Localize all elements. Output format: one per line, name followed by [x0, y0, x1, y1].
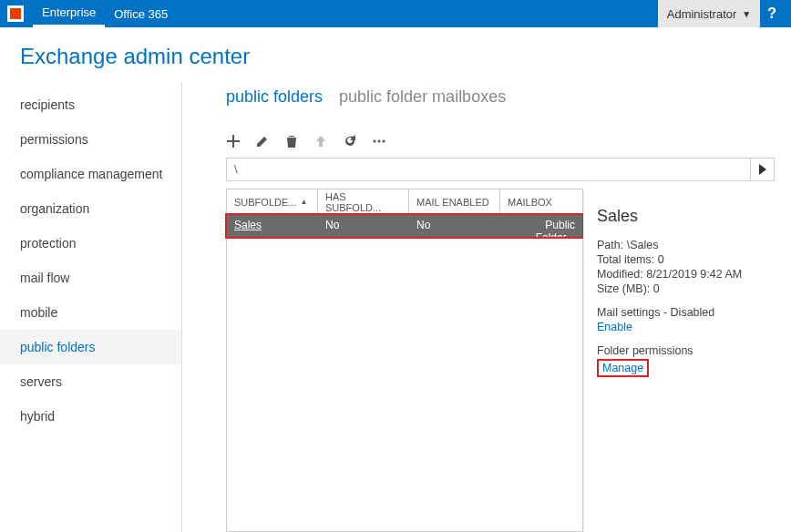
enable-link[interactable]: Enable [597, 321, 632, 333]
user-label: Administrator [667, 7, 737, 21]
tab-public-folder-mailboxes[interactable]: public folder mailboxes [339, 87, 506, 107]
sidebar-item-organization[interactable]: organization [0, 191, 181, 226]
sidebar-item-permissions[interactable]: permissions [0, 122, 181, 157]
folder-grid: SUBFOLDE...▲ HAS SUBFOLD... MAIL ENABLED… [226, 189, 583, 532]
delete-icon[interactable] [284, 134, 299, 148]
svg-point-5 [374, 140, 376, 143]
go-button-icon[interactable] [750, 159, 774, 180]
grid-header: SUBFOLDE...▲ HAS SUBFOLD... MAIL ENABLED… [227, 189, 582, 215]
content-tabs: public folders public folder mailboxes [226, 82, 791, 128]
cell-has-sub: No [318, 215, 409, 237]
sidebar-item-hybrid[interactable]: hybrid [0, 399, 181, 434]
details-path: Path: \Sales [597, 239, 764, 251]
svg-rect-3 [291, 139, 292, 146]
sidebar-item-mobile[interactable]: mobile [0, 295, 181, 330]
more-icon[interactable] [372, 134, 386, 148]
content-area: public folders public folder mailboxes \… [182, 82, 791, 532]
sort-asc-icon: ▲ [300, 198, 307, 206]
sidebar-item-protection[interactable]: protection [0, 226, 181, 261]
add-icon[interactable] [226, 134, 241, 148]
details-size: Size (MB): 0 [597, 282, 764, 295]
top-tab-enterprise[interactable]: Enterprise [33, 0, 105, 27]
svg-point-6 [378, 140, 381, 143]
path-input[interactable]: \ [227, 159, 750, 180]
user-menu[interactable]: Administrator ▼ [658, 0, 760, 27]
svg-point-7 [383, 140, 385, 143]
svg-rect-1 [227, 140, 240, 142]
grid-row[interactable]: Sales No No Public Folder... [227, 215, 582, 237]
sidebar-item-servers[interactable]: servers [0, 364, 181, 399]
col-mail-enabled[interactable]: MAIL ENABLED [409, 189, 500, 214]
caret-down-icon: ▼ [742, 9, 751, 19]
up-icon[interactable] [313, 134, 328, 148]
details-folder-permissions: Folder permissions [597, 344, 764, 357]
edit-icon[interactable] [255, 134, 270, 148]
svg-rect-2 [289, 139, 290, 146]
help-icon[interactable]: ? [767, 5, 776, 22]
details-modified: Modified: 8/21/2019 9:42 AM [597, 268, 764, 281]
cell-mailbox: Public Folder... [500, 215, 582, 237]
sidebar-item-mailflow[interactable]: mail flow [0, 261, 181, 295]
details-title: Sales [597, 207, 764, 226]
col-subfolder[interactable]: SUBFOLDE...▲ [227, 189, 318, 214]
sidebar-item-compliance[interactable]: compliance management [0, 157, 181, 191]
details-total: Total items: 0 [597, 253, 764, 266]
refresh-icon[interactable] [343, 134, 357, 148]
toolbar [226, 128, 791, 158]
col-has-subfolders[interactable]: HAS SUBFOLD... [318, 189, 409, 214]
office-logo-icon [7, 5, 24, 22]
path-bar: \ [226, 158, 775, 181]
page-title: Exchange admin center [0, 27, 791, 82]
details-pane: Sales Path: \Sales Total items: 0 Modifi… [583, 189, 775, 532]
tab-public-folders[interactable]: public folders [226, 87, 323, 107]
top-bar: Enterprise Office 365 Administrator ▼ ? [0, 0, 791, 27]
details-mail-settings: Mail settings - Disabled [597, 306, 764, 319]
sidebar-item-recipients[interactable]: recipients [0, 87, 181, 122]
svg-rect-4 [293, 139, 294, 146]
manage-link[interactable]: Manage [597, 359, 649, 377]
top-tab-office365[interactable]: Office 365 [105, 0, 177, 27]
cell-subfolder: Sales [227, 215, 318, 237]
cell-mail-enabled: No [409, 215, 500, 237]
sidebar: recipients permissions compliance manage… [0, 82, 182, 532]
sidebar-item-publicfolders[interactable]: public folders [0, 330, 181, 364]
col-mailbox[interactable]: MAILBOX [500, 189, 582, 214]
